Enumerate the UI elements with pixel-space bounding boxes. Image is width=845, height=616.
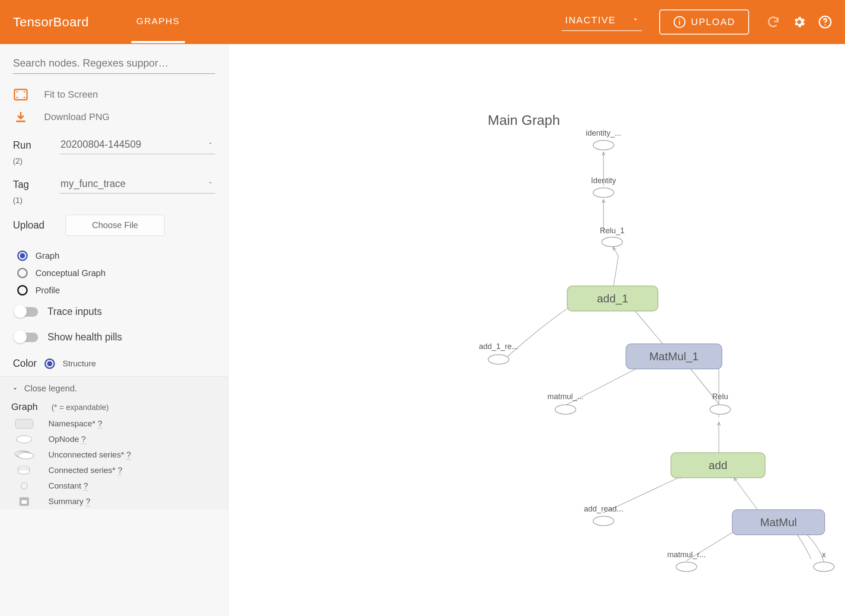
- svg-text:matmul_...: matmul_...: [547, 392, 584, 401]
- inactive-dropdown[interactable]: INACTIVE: [562, 13, 642, 31]
- svg-point-14: [488, 355, 509, 364]
- radio-profile[interactable]: Profile: [0, 282, 228, 299]
- node-relu-1[interactable]: Relu_1: [600, 226, 624, 247]
- search-input[interactable]: [13, 53, 215, 74]
- help-tooltip[interactable]: ?: [81, 435, 86, 444]
- run-field-row: Run 20200804-144509: [0, 133, 228, 158]
- main-layout: Fit to Screen Download PNG Run 20200804-…: [0, 44, 845, 616]
- close-legend-button[interactable]: Close legend.: [11, 384, 217, 394]
- connected-shape-icon: [18, 466, 31, 475]
- svg-point-18: [710, 405, 731, 414]
- svg-point-8: [593, 140, 614, 150]
- svg-text:identity_...: identity_...: [586, 129, 621, 138]
- node-matmul-r[interactable]: matmul_r...: [667, 550, 705, 572]
- download-label: Download PNG: [44, 111, 110, 123]
- legend-opnode-label: OpNode: [48, 435, 81, 444]
- legend-namespace-label: Namespace*: [48, 419, 98, 428]
- svg-rect-5: [14, 89, 27, 100]
- app-header: TensorBoard GRAPHS INACTIVE UPLOAD: [0, 0, 845, 44]
- svg-text:add_1_re...: add_1_re...: [479, 342, 518, 351]
- node-add-1[interactable]: add_1: [567, 286, 658, 311]
- color-row: Color Structure: [0, 350, 228, 376]
- chevron-down-icon: [632, 16, 639, 23]
- radio-graph[interactable]: Graph: [0, 247, 228, 264]
- tag-count: (1): [0, 196, 228, 205]
- legend-connected: Connected series* ?: [11, 463, 217, 478]
- toggle-trace-label: Trace inputs: [48, 306, 102, 318]
- node-add[interactable]: add: [671, 453, 765, 478]
- svg-point-20: [593, 516, 614, 526]
- node-add-1-re[interactable]: add_1_re...: [479, 342, 518, 364]
- legend-panel: Close legend. Graph (* = expandable) Nam…: [0, 376, 228, 509]
- node-matmul-dots[interactable]: matmul_...: [547, 392, 584, 414]
- chevron-down-icon: [207, 180, 213, 186]
- tab-graphs-label: GRAPHS: [137, 16, 180, 26]
- fit-to-screen-button[interactable]: Fit to Screen: [0, 83, 228, 106]
- tag-value: my_func_trace: [60, 178, 126, 189]
- help-tooltip[interactable]: ?: [118, 466, 123, 475]
- reload-icon[interactable]: [766, 15, 780, 29]
- info-circle-icon: [673, 16, 686, 29]
- svg-text:MatMul: MatMul: [760, 516, 797, 529]
- unconnected-shape-icon: [15, 451, 34, 459]
- node-add-read[interactable]: add_read...: [584, 505, 623, 526]
- run-value: 20200804-144509: [60, 139, 141, 150]
- legend-unconnected: Unconnected series* ?: [11, 447, 217, 463]
- help-tooltip[interactable]: ?: [83, 481, 88, 491]
- toggle-health-pills[interactable]: Show health pills: [0, 324, 228, 350]
- node-matmul-1[interactable]: MatMul_1: [626, 344, 722, 369]
- tab-graphs[interactable]: GRAPHS: [137, 16, 180, 28]
- node-identity-top[interactable]: identity_...: [586, 129, 621, 150]
- legend-opnode: OpNode ?: [11, 432, 217, 447]
- graph-canvas[interactable]: Main Graph identity_... Identity Relu_1: [229, 44, 845, 616]
- svg-point-24: [813, 562, 834, 572]
- radio-graph-label: Graph: [35, 251, 60, 261]
- radio-selected-icon: [44, 359, 55, 369]
- svg-rect-6: [16, 121, 25, 122]
- svg-text:x: x: [822, 550, 826, 559]
- radio-profile-label: Profile: [35, 286, 60, 295]
- radio-conceptual-graph[interactable]: Conceptual Graph: [0, 264, 228, 282]
- run-dropdown[interactable]: 20200804-144509: [60, 136, 215, 154]
- help-tooltip[interactable]: ?: [127, 450, 131, 460]
- tag-label: Tag: [13, 179, 50, 191]
- upload-button-label: UPLOAD: [691, 16, 735, 28]
- svg-text:Identity: Identity: [591, 176, 616, 185]
- node-relu[interactable]: Relu: [710, 392, 731, 414]
- summary-shape-icon: [19, 497, 29, 506]
- constant-shape-icon: [21, 483, 28, 489]
- sidebar: Fit to Screen Download PNG Run 20200804-…: [0, 44, 229, 616]
- download-png-button[interactable]: Download PNG: [0, 106, 228, 128]
- help-tooltip[interactable]: ?: [86, 497, 91, 506]
- upload-field-row: Upload Choose File: [0, 211, 228, 239]
- svg-point-12: [602, 237, 623, 247]
- tag-field-row: Tag my_func_trace: [0, 172, 228, 197]
- help-icon[interactable]: [818, 15, 832, 29]
- legend-connected-label: Connected series*: [48, 466, 118, 475]
- help-tooltip[interactable]: ?: [98, 419, 102, 429]
- legend-summary: Summary ?: [11, 494, 217, 509]
- fit-label: Fit to Screen: [44, 89, 98, 100]
- legend-constant: Constant ?: [11, 478, 217, 494]
- legend-unconnected-label: Unconnected series*: [48, 450, 127, 459]
- choose-file-button[interactable]: Choose File: [66, 215, 165, 236]
- svg-point-4: [825, 24, 826, 25]
- upload-button[interactable]: UPLOAD: [659, 10, 749, 35]
- tag-dropdown[interactable]: my_func_trace: [60, 175, 215, 194]
- graph-svg: identity_... Identity Relu_1 add_1_re...…: [229, 44, 845, 616]
- gear-icon[interactable]: [792, 15, 806, 29]
- svg-point-16: [555, 405, 576, 414]
- brand-title: TensorBoard: [13, 15, 89, 29]
- node-identity[interactable]: Identity: [591, 176, 616, 197]
- svg-text:add_read...: add_read...: [584, 505, 623, 514]
- color-label: Color: [13, 358, 37, 369]
- node-matmul[interactable]: MatMul: [732, 510, 825, 535]
- svg-text:add_1: add_1: [597, 292, 628, 305]
- svg-point-10: [593, 188, 614, 197]
- download-icon: [15, 111, 27, 123]
- color-value: Structure: [63, 359, 96, 368]
- svg-point-2: [679, 19, 680, 20]
- chevron-down-icon: [11, 385, 19, 393]
- toggle-trace-inputs[interactable]: Trace inputs: [0, 299, 228, 324]
- svg-text:matmul_r...: matmul_r...: [667, 550, 705, 559]
